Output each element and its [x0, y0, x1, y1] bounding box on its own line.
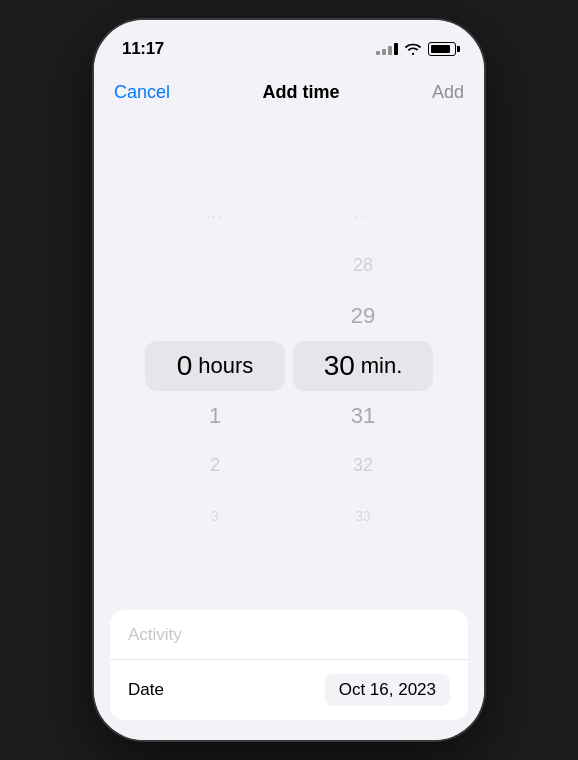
picker-fade-bottom	[94, 530, 484, 610]
hours-picker[interactable]: ··· 0 hours	[145, 191, 285, 541]
hours-item-selected: 0 hours	[145, 341, 285, 391]
date-label: Date	[128, 680, 325, 700]
minutes-picker[interactable]: ··· 28 29 30 min.	[293, 191, 433, 541]
bottom-form: Activity Date Oct 16, 2023	[110, 610, 468, 720]
min-item-33: 33	[293, 491, 433, 541]
wifi-icon	[404, 42, 422, 56]
signal-icon	[376, 43, 398, 55]
phone-shell: 11:17 Cancel Add time Add	[94, 20, 484, 740]
date-value[interactable]: Oct 16, 2023	[325, 674, 450, 706]
battery-icon	[428, 42, 456, 56]
cancel-button[interactable]: Cancel	[114, 82, 170, 103]
hours-item-3: 3	[145, 491, 285, 541]
hours-item-1: 1	[145, 391, 285, 441]
min-item-dots: ···	[293, 191, 433, 241]
date-row[interactable]: Date Oct 16, 2023	[110, 660, 468, 720]
min-item-28: 28	[293, 241, 433, 291]
hours-item-2: 2	[145, 441, 285, 491]
nav-bar: Cancel Add time Add	[94, 70, 484, 111]
status-icons	[376, 42, 456, 56]
min-item-31: 31	[293, 391, 433, 441]
sheet: Cancel Add time Add ···	[94, 70, 484, 740]
picker-container[interactable]: ··· 0 hours	[145, 246, 433, 486]
sheet-title: Add time	[262, 82, 339, 103]
min-item-selected: 30 min.	[293, 341, 433, 391]
activity-row[interactable]: Activity	[110, 610, 468, 660]
activity-placeholder: Activity	[128, 625, 450, 645]
picker-fade-top	[94, 111, 484, 191]
min-item-32: 32	[293, 441, 433, 491]
add-button[interactable]: Add	[432, 82, 464, 103]
status-time: 11:17	[122, 39, 164, 59]
picker-section: ··· 0 hours	[94, 111, 484, 610]
hours-item-above2: ···	[145, 191, 285, 241]
hours-item-27	[145, 241, 285, 291]
status-bar: 11:17	[94, 20, 484, 70]
min-item-29: 29	[293, 291, 433, 341]
hours-item-above1	[145, 291, 285, 341]
